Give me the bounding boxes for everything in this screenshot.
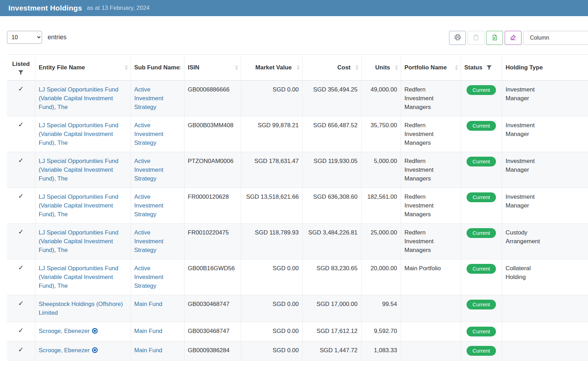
market-value: SGD 118,789.93 (255, 229, 299, 236)
cell-cost: SGD 17,000.00 (302, 295, 361, 322)
portfolio-name: Redfern Investment Managers (405, 121, 448, 147)
sort-icon[interactable] (125, 65, 128, 70)
sub-fund-link[interactable]: Main Fund (134, 301, 162, 307)
sort-desc-icon (455, 68, 458, 70)
cell-cost: SGD 1,447.72 (302, 341, 361, 361)
page-size-select[interactable]: 10 (7, 31, 42, 44)
table-controls: 10 entries (0, 31, 588, 45)
entity-link[interactable]: Scrooge, Ebenezer (39, 347, 98, 354)
column-header-entity-file-name[interactable]: Entity File Name (35, 55, 131, 81)
column-visibility-button[interactable]: Column (523, 31, 588, 45)
column-header-status[interactable]: Status (461, 55, 502, 81)
entity-link[interactable]: LJ Special Opportunities Fund (Variable … (39, 265, 119, 289)
sub-fund-link[interactable]: Active Investment Strategy (134, 193, 163, 218)
column-header-portfolio-name[interactable]: Portfolio Name (401, 55, 461, 81)
sub-fund-link[interactable]: Active Investment Strategy (134, 229, 163, 253)
entity-link[interactable]: LJ Special Opportunities Fund (Variable … (39, 193, 119, 218)
column-label: Units (375, 64, 390, 71)
cell-status: Current (461, 188, 502, 224)
cost-value: SGD 1,447.72 (320, 347, 358, 354)
cell-isin: PTZON0AM0006 (184, 152, 241, 188)
sub-fund-link[interactable]: Active Investment Strategy (134, 265, 163, 289)
print-button[interactable] (449, 31, 466, 45)
entity-link[interactable]: LJ Special Opportunities Fund (Variable … (39, 86, 119, 110)
sub-fund-link[interactable]: Main Fund (134, 328, 162, 334)
portfolio-name: Redfern Investment Managers (405, 228, 448, 254)
sub-fund-link[interactable]: Active Investment Strategy (134, 158, 163, 182)
sort-asc-icon (395, 65, 398, 67)
column-header-market-value[interactable]: Market Value (241, 55, 302, 81)
column-header-cost[interactable]: Cost (302, 55, 361, 81)
market-value: SGD 0.00 (273, 328, 299, 334)
cell-holding-type (502, 341, 588, 361)
table-row: ✓LJ Special Opportunities Fund (Variable… (7, 259, 588, 295)
entity-link[interactable]: Sheepstock Holdings (Offshore) Limited (39, 301, 123, 316)
status-badge: Current (467, 85, 496, 95)
sub-fund-link[interactable]: Main Fund (134, 347, 162, 354)
sort-desc-icon (395, 68, 398, 70)
sub-fund-link[interactable]: Active Investment Strategy (134, 86, 163, 110)
table-header-row: ListedEntity File NameSub Fund NameISINM… (7, 55, 588, 81)
sort-icon[interactable] (178, 65, 181, 70)
sort-icon[interactable] (395, 65, 398, 70)
cell-holding-type: Collateral Holding (502, 259, 588, 295)
isin-value: FR0000120628 (188, 193, 229, 200)
cell-listed: ✓ (7, 152, 35, 188)
market-value: SGD 0.00 (273, 301, 299, 307)
sort-icon[interactable] (235, 65, 238, 70)
cell-cost: SGD 356,494.25 (302, 81, 361, 116)
listed-check-icon: ✓ (10, 85, 31, 93)
units-value: 49,000.00 (371, 86, 397, 93)
sub-fund-link[interactable]: Active Investment Strategy (134, 122, 163, 146)
cell-units: 20,000.00 (361, 259, 401, 295)
entity-link[interactable]: LJ Special Opportunities Fund (Variable … (39, 158, 119, 182)
cell-sub-fund: Main Fund (131, 341, 184, 361)
filter-icon[interactable] (18, 70, 23, 75)
table-row: ✓Scrooge, EbenezerMain FundGB0030468747S… (7, 322, 588, 341)
cost-value: SGD 17,612.12 (316, 328, 357, 334)
cell-status: Current (461, 116, 502, 152)
listed-check-icon: ✓ (10, 327, 31, 334)
column-header-sub-fund-name[interactable]: Sub Fund Name (131, 55, 184, 81)
cell-market-value: SGD 0.00 (241, 322, 302, 341)
isin-value: GB00B03MM408 (188, 122, 233, 129)
clear-filters-button[interactable] (505, 31, 522, 45)
sort-icon[interactable] (297, 65, 300, 70)
market-value: SGD 0.00 (273, 86, 299, 93)
cell-holding-type: Investment Manager (502, 152, 588, 188)
cost-value: SGD 83,230.65 (316, 265, 357, 272)
filter-icon[interactable] (486, 65, 492, 70)
sort-icon[interactable] (455, 65, 458, 70)
column-header-isin[interactable]: ISIN (184, 55, 241, 81)
entity-name: LJ Special Opportunities Fund (Variable … (39, 229, 119, 253)
column-header-holding-type[interactable]: Holding Type (502, 55, 588, 81)
column-header-listed[interactable]: Listed (7, 55, 35, 81)
market-value: SGD 0.00 (273, 265, 299, 272)
cell-holding-type: Investment Manager (502, 188, 588, 224)
entity-link[interactable]: LJ Special Opportunities Fund (Variable … (39, 122, 119, 146)
copy-button[interactable] (468, 31, 484, 45)
eraser-icon (510, 34, 516, 42)
entity-name: Sheepstock Holdings (Offshore) Limited (39, 301, 123, 316)
listed-check-icon: ✓ (10, 346, 31, 354)
sort-desc-icon (356, 68, 358, 70)
cell-market-value: SGD 0.00 (241, 341, 302, 361)
entries-label: entries (48, 34, 66, 41)
status-badge: Current (467, 300, 496, 309)
cost-value: SGD 119,930.05 (314, 158, 357, 164)
cell-portfolio: Redfern Investment Managers (401, 81, 461, 116)
isin-value: PTZON0AM0006 (188, 158, 233, 164)
sort-icon[interactable] (356, 65, 358, 70)
sort-desc-icon (178, 68, 181, 70)
holding-type-value: Custody Arrangement (506, 228, 552, 246)
column-header-units[interactable]: Units (361, 55, 401, 81)
export-excel-button[interactable] (486, 31, 503, 45)
cell-units: 25,000.00 (361, 224, 401, 259)
cell-entity: LJ Special Opportunities Fund (Variable … (35, 259, 131, 295)
table-row: ✓LJ Special Opportunities Fund (Variable… (7, 152, 588, 188)
cell-cost: SGD 636,308.60 (302, 188, 361, 224)
entity-link[interactable]: Scrooge, Ebenezer (39, 328, 98, 334)
cell-units: 49,000.00 (361, 81, 401, 116)
cell-isin: FR0000120628 (184, 188, 241, 224)
entity-link[interactable]: LJ Special Opportunities Fund (Variable … (39, 229, 119, 253)
